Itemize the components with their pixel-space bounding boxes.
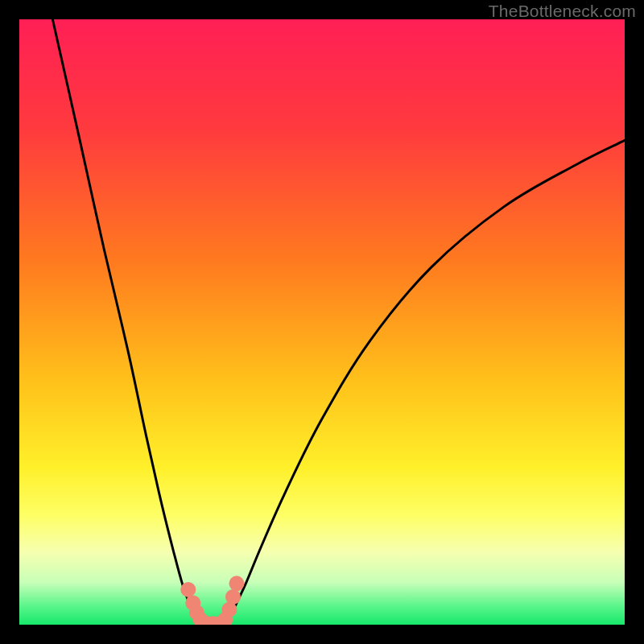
gradient-background bbox=[19, 19, 625, 625]
valley-marker bbox=[180, 582, 196, 597]
chart-svg bbox=[19, 19, 625, 625]
watermark-text: TheBottleneck.com bbox=[489, 2, 636, 21]
chart-frame bbox=[19, 19, 625, 625]
valley-marker bbox=[225, 589, 241, 605]
valley-marker bbox=[229, 576, 244, 591]
